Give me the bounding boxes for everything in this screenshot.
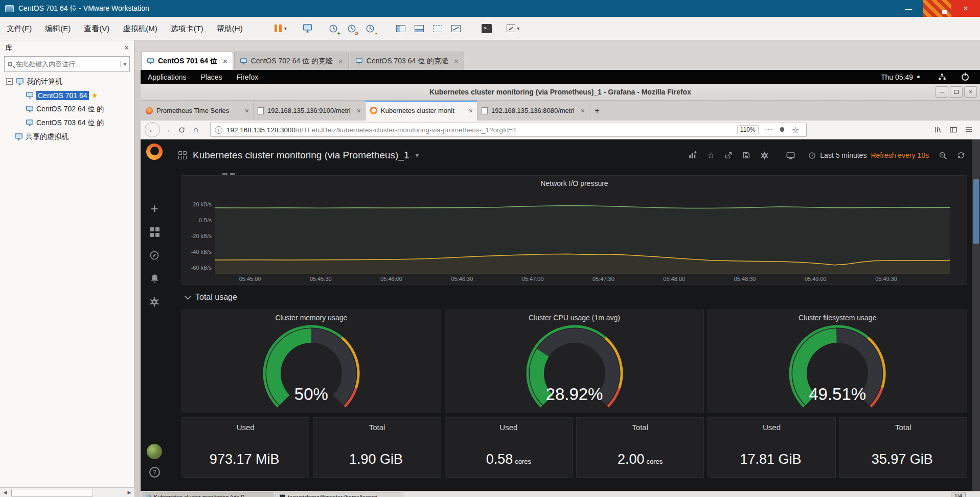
sidebar-item-create[interactable]: + — [150, 203, 158, 214]
library-search-box[interactable]: ▾ — [4, 56, 130, 72]
browser-tab-grafana[interactable]: Kubernetes cluster monit × — [366, 101, 477, 121]
user-avatar[interactable] — [147, 444, 162, 459]
suspend-vm-button[interactable]: ▾ — [272, 21, 288, 36]
close-tab-icon[interactable]: × — [581, 107, 585, 115]
manage-snapshots-button[interactable]: ▪ — [362, 21, 378, 36]
vm-tab-centos703[interactable]: CentOS 703 64 位 的克隆 × — [350, 52, 464, 70]
menu-help[interactable]: 帮助(H) — [210, 17, 249, 40]
reload-button[interactable] — [174, 123, 189, 137]
refresh-dashboard-icon[interactable] — [957, 151, 965, 159]
dashboard-settings-icon[interactable] — [760, 151, 769, 160]
panel-title[interactable]: Cluster memory usage — [182, 314, 441, 322]
firefox-titlebar[interactable]: Kubernetes cluster monitoring (via Prome… — [141, 84, 980, 101]
close-tab-icon[interactable]: × — [338, 57, 343, 65]
home-button[interactable]: ⌂ — [189, 123, 203, 137]
taskbar-item-terminal[interactable]: taoweizhong@master:/home/taowei — [276, 492, 403, 497]
ctrl-alt-del-button[interactable] — [300, 21, 315, 36]
network-io-chart[interactable]: 05:45:0005:45:3005:46:0005:46:3005:47:00… — [185, 189, 964, 283]
search-dropdown-icon[interactable]: ▾ — [120, 61, 126, 67]
cycle-view-tv-icon[interactable] — [786, 151, 795, 160]
network-topology-icon[interactable] — [938, 73, 946, 81]
open-console-button[interactable]: >_ — [479, 21, 494, 36]
workspace-pager[interactable]: 1/4 — [951, 492, 966, 497]
suspend-dropdown-icon[interactable]: ▾ — [284, 26, 287, 31]
explore-compass-icon[interactable] — [149, 250, 159, 261]
gnome-places-menu[interactable]: Places — [194, 73, 230, 81]
menu-vm[interactable]: 虚拟机(M) — [116, 17, 164, 40]
sidebar-item-dashboards[interactable] — [150, 227, 159, 237]
vmware-minimize-button[interactable]: — — [894, 0, 923, 17]
gnome-clock[interactable]: Thu 05:49 — [881, 73, 913, 81]
taskbar-item-firefox[interactable]: Kubernetes cluster monitoring (via P — [142, 492, 274, 497]
panel-title[interactable]: Network I/O pressure — [182, 179, 967, 187]
hamburger-menu-icon[interactable] — [965, 126, 973, 134]
fullscreen-button[interactable]: ▾ — [506, 21, 521, 36]
library-close-button[interactable]: × — [124, 43, 129, 53]
scrollbar-thumb[interactable] — [973, 179, 979, 244]
menu-file[interactable]: 文件(F) — [0, 17, 38, 40]
close-tab-icon[interactable]: × — [223, 57, 227, 65]
pocket-shield-icon[interactable] — [779, 126, 786, 133]
collapse-icon[interactable]: − — [6, 78, 13, 85]
help-icon[interactable]: ? — [149, 467, 160, 478]
tree-item-shared-vms[interactable]: 共享的虚拟机 — [0, 130, 134, 144]
revert-snapshot-button[interactable]: ↺ — [344, 21, 359, 36]
share-dashboard-icon[interactable] — [724, 151, 733, 159]
alerting-bell-icon[interactable] — [150, 274, 159, 283]
browser-tab-prometheus[interactable]: Prometheus Time Series × — [142, 101, 254, 121]
sidebar-toggle-icon[interactable] — [949, 126, 958, 134]
vm-tab-centos702[interactable]: CentOS 702 64 位 的克隆 × — [234, 52, 349, 70]
library-horizontal-scrollbar[interactable]: ◀ ▶ — [0, 487, 134, 497]
take-snapshot-button[interactable]: + — [326, 21, 341, 36]
forward-button[interactable]: → — [160, 123, 174, 137]
vm-tab-centos701[interactable]: CentOS 701 64 位 × — [141, 52, 233, 70]
zoom-out-icon[interactable] — [939, 151, 947, 160]
show-thumbnail-bar-button[interactable] — [412, 21, 427, 36]
panel-title[interactable]: Cluster CPU usage (1m avg) — [445, 314, 704, 322]
free-stretch-button[interactable] — [448, 21, 464, 36]
configuration-gear-icon[interactable] — [149, 297, 159, 307]
gnome-firefox-menu[interactable]: Firefox — [230, 73, 266, 81]
close-tab-icon[interactable]: × — [469, 107, 473, 115]
power-icon[interactable] — [962, 74, 969, 81]
menu-tabs[interactable]: 选项卡(T) — [164, 17, 210, 40]
back-button[interactable]: ← — [145, 122, 160, 137]
add-panel-icon[interactable] — [688, 151, 697, 160]
firefox-close-button[interactable]: × — [964, 86, 977, 98]
time-range-picker[interactable]: Last 5 minutes Refresh every 10s — [808, 151, 929, 159]
dashboard-dropdown-icon[interactable]: ▼ — [414, 152, 420, 158]
tree-item-centos701[interactable]: CentOS 701 64 ★ — [0, 88, 134, 102]
url-bar[interactable]: i 192.168.135.128:3000/d/TFehJBeiz/kuber… — [210, 123, 807, 137]
tree-item-centos703[interactable]: CentOS 703 64 位 的 — [0, 116, 134, 130]
library-icon[interactable] — [934, 126, 942, 134]
scroll-left-icon[interactable]: ◀ — [0, 490, 10, 495]
fit-guest-button[interactable] — [430, 21, 445, 36]
dashboard-grid-icon[interactable] — [178, 151, 187, 159]
show-library-button[interactable] — [393, 21, 408, 36]
close-tab-icon[interactable]: × — [245, 107, 249, 115]
firefox-minimize-button[interactable]: – — [936, 86, 948, 98]
browser-tab-cadvisor-metrics[interactable]: 192.168.135.136:8080/metri × — [477, 101, 589, 121]
tree-item-centos702[interactable]: CentOS 702 64 位 的 — [0, 102, 134, 116]
firefox-restore-button[interactable] — [950, 86, 963, 98]
bookmark-star-icon[interactable]: ☆ — [792, 125, 799, 135]
new-tab-button[interactable]: + — [589, 101, 605, 121]
close-tab-icon[interactable]: × — [357, 107, 361, 115]
gnome-applications-menu[interactable]: Applications — [141, 73, 194, 81]
menu-edit[interactable]: 编辑(E) — [38, 17, 77, 40]
grafana-logo-icon[interactable] — [146, 144, 163, 160]
dashboard-title[interactable]: Kubernetes cluster monitoring (via Prome… — [193, 150, 409, 161]
browser-tab-node-metrics[interactable]: 192.168.135.136:9100/metri × — [254, 101, 366, 121]
save-dashboard-icon[interactable] — [742, 151, 750, 159]
menu-view[interactable]: 查看(V) — [77, 17, 116, 40]
scrollbar-thumb[interactable] — [11, 489, 93, 496]
tree-item-my-computer[interactable]: − 我的计算机 — [0, 75, 134, 88]
close-tab-icon[interactable]: × — [454, 57, 459, 65]
row-total-usage[interactable]: Total usage — [181, 285, 967, 310]
library-search-input[interactable] — [15, 60, 120, 68]
zoom-indicator[interactable]: 110% — [737, 125, 759, 134]
page-scrollbar[interactable] — [972, 139, 980, 491]
panel-title[interactable]: Cluster filesystem usage — [708, 314, 967, 322]
scroll-right-icon[interactable]: ▶ — [124, 490, 134, 495]
vmware-maximize-button[interactable] — [923, 0, 951, 17]
